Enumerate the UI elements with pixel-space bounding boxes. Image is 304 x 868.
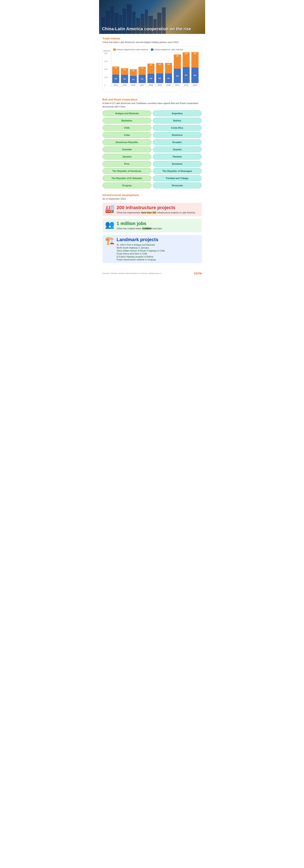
country-pill-left-7: Peru xyxy=(103,161,151,167)
bar-exports-2014: 136 xyxy=(112,74,119,83)
infra-card-projects: 🏭 200 infrastructure projects China has … xyxy=(103,203,202,216)
bar-stack-2017: 127131 xyxy=(139,67,146,83)
bar-group-2021: 2232292021 xyxy=(174,52,181,86)
landmark-item-4: El Espino highway program in Bolivia xyxy=(117,255,165,258)
bar-exports-2022: 253 xyxy=(183,67,190,83)
country-pill-left-10: Uruguay xyxy=(103,182,151,188)
country-pill-left-6: Jamaica xyxy=(103,154,151,160)
infra-content-landmark: Landmark projects St. John's Port in Ant… xyxy=(117,237,165,261)
bar-imports-label-2023: 244 xyxy=(191,53,199,55)
infra-big-title-landmark: Landmark projects xyxy=(117,237,165,242)
bar-year-label-2018: 2018 xyxy=(149,84,153,86)
bar-group-2019: 1651522019 xyxy=(156,52,163,86)
bar-group-2015: 1041322015 xyxy=(121,52,128,86)
infra-big-title-projects: 200 infrastructure projects xyxy=(117,205,196,211)
bar-imports-2023: 244 xyxy=(191,52,199,68)
bar-imports-label-2015: 104 xyxy=(121,69,128,70)
landmark-item-0: St. John's Port in Antigua and Barbuda xyxy=(117,243,165,246)
country-pill-left-4: Dominican Republic xyxy=(103,139,151,145)
infra-title: Infrastructural development xyxy=(103,193,202,197)
country-pill-right-0: Argentina xyxy=(153,111,202,116)
legend-imports-label: China's imports from Latin America xyxy=(117,48,148,51)
chart-bars: 1271362014104132201510311420161271312017… xyxy=(111,52,199,86)
bar-imports-label-2018: 159 xyxy=(147,64,155,66)
country-pill-right-2: Costa Rica xyxy=(153,125,202,131)
bar-group-2016: 1031142016 xyxy=(130,52,137,86)
bar-imports-2020: 166 xyxy=(165,63,172,73)
bar-exports-label-2014: 136 xyxy=(114,78,117,80)
bar-group-2020: 1661512020 xyxy=(165,52,172,86)
bar-imports-2019: 165 xyxy=(156,63,163,73)
bar-exports-2015: 132 xyxy=(121,75,128,83)
trade-volume-subtitle: China has been Latin America's second la… xyxy=(103,41,202,44)
bar-imports-2014: 127 xyxy=(112,66,119,74)
infra-highlight-projects: more than 200 xyxy=(141,211,157,214)
belt-road-subtitle: A total of 22 Latin American and Caribbe… xyxy=(103,102,202,108)
bar-group-2017: 1271312017 xyxy=(139,52,146,86)
hero-title: China-Latin America cooperation on the r… xyxy=(99,24,194,34)
countries-grid: Antigua and BarbudaArgentinaBarbadosBoli… xyxy=(103,111,202,188)
legend-exports: China's exports to Latin America xyxy=(151,48,183,51)
country-pill-left-5: Grenada xyxy=(103,147,151,152)
legend-imports: China's imports from Latin America xyxy=(113,48,148,51)
bar-exports-2020: 151 xyxy=(165,73,172,83)
bar-imports-label-2014: 127 xyxy=(112,67,119,69)
bar-exports-label-2015: 132 xyxy=(123,78,126,80)
trade-volume-section: Trade volume China has been Latin Americ… xyxy=(99,34,205,95)
bar-stack-2022: 233253 xyxy=(183,52,190,83)
bar-group-2022: 2332532022 xyxy=(183,52,190,86)
bar-exports-label-2018: 149 xyxy=(149,78,152,80)
bar-exports-label-2022: 253 xyxy=(185,74,188,76)
chart-legend: China's imports from Latin America China… xyxy=(111,48,199,51)
bar-exports-2021: 229 xyxy=(174,69,181,83)
infrastructure-section: Infrastructural development As of Septem… xyxy=(99,190,205,268)
bar-imports-2017: 127 xyxy=(139,67,146,75)
bar-imports-label-2020: 166 xyxy=(165,63,172,65)
landmark-item-2: Talca-Chillan section of Route 5 highway… xyxy=(117,249,165,252)
infra-card-landmark: 🏗️ Landmark projects St. John's Port in … xyxy=(103,235,202,263)
country-pill-left-8: The Republic of Honduras xyxy=(103,168,151,174)
bar-imports-label-2017: 127 xyxy=(139,67,146,69)
chart-area: ($billion) 0 125 250 375 500 12713620141… xyxy=(111,52,199,91)
bar-year-label-2015: 2015 xyxy=(122,84,127,86)
infra-icon-factory: 🏭 xyxy=(105,205,115,213)
chart-y-axis: 0 125 250 375 500 xyxy=(104,52,108,86)
country-pill-right-8: The Republic of Nicaragua xyxy=(153,168,202,174)
hero-banner: China-Latin America cooperation on the r… xyxy=(99,0,205,34)
bar-stack-2023: 244245 xyxy=(191,52,199,83)
landmark-item-3: Punta Sierra wind farm in Chile xyxy=(117,252,165,255)
bar-group-2018: 1591492018 xyxy=(147,52,155,86)
bar-stack-2015: 104132 xyxy=(121,68,128,83)
bar-year-label-2021: 2021 xyxy=(175,84,179,86)
bar-year-label-2022: 2022 xyxy=(184,84,188,86)
infra-desc-jobs: China has created nearly 1 million local… xyxy=(117,227,163,230)
bar-imports-2022: 233 xyxy=(183,52,190,67)
country-pill-left-3: Cuba xyxy=(103,132,151,138)
country-pill-right-5: Guyana xyxy=(153,147,202,152)
bar-stack-2018: 159149 xyxy=(147,64,155,83)
bar-group-2023: 2442452023 xyxy=(191,52,199,86)
bar-stack-2014: 127136 xyxy=(112,66,119,83)
country-pill-right-1: Bolivia xyxy=(153,118,202,124)
infra-icon-construction: 🏗️ xyxy=(105,237,115,245)
country-pill-right-3: Dominica xyxy=(153,132,202,138)
bar-imports-label-2021: 223 xyxy=(174,55,181,57)
footer: Sources: Chinese General Administration … xyxy=(99,270,205,277)
infra-desc-projects: China has implemented more than 200 infr… xyxy=(117,211,196,214)
bar-exports-2023: 245 xyxy=(191,68,199,83)
footer-source: Sources: Chinese General Administration … xyxy=(103,272,161,274)
bar-exports-label-2021: 229 xyxy=(176,75,178,77)
bar-exports-2019: 152 xyxy=(156,73,163,83)
bar-year-label-2019: 2019 xyxy=(158,84,162,86)
country-pill-right-9: Trinidad and Tobago xyxy=(153,175,202,181)
infra-card-jobs: 👥 1 million jobs China has created nearl… xyxy=(103,219,202,232)
bar-exports-label-2019: 152 xyxy=(158,78,161,79)
bar-stack-2021: 223229 xyxy=(174,55,181,83)
bar-year-label-2014: 2014 xyxy=(113,84,118,86)
bar-exports-label-2016: 114 xyxy=(132,79,135,81)
legend-exports-color xyxy=(151,49,154,51)
bar-imports-2015: 104 xyxy=(121,68,128,75)
bar-year-label-2017: 2017 xyxy=(140,84,144,86)
y-axis-label: ($billion) xyxy=(104,50,111,52)
infra-content-projects: 200 infrastructure projects China has im… xyxy=(117,205,196,214)
